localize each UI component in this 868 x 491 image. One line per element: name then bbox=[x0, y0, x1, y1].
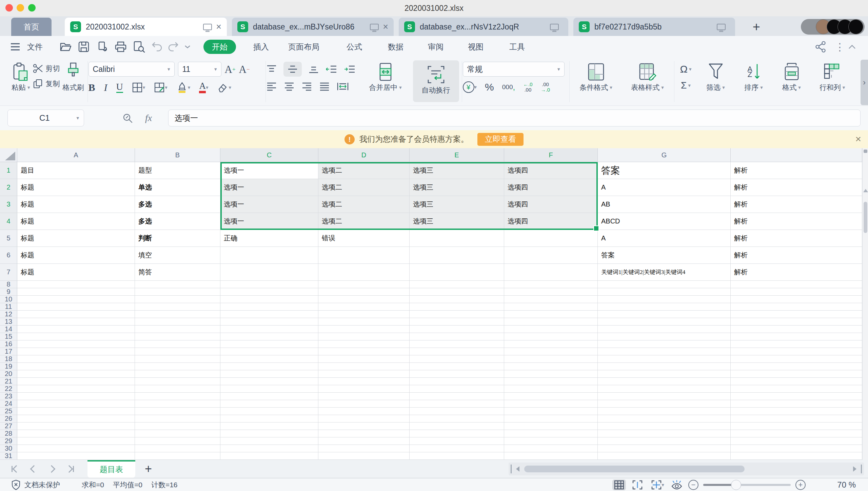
grid-cell[interactable] bbox=[410, 445, 504, 452]
align-right-button[interactable] bbox=[302, 82, 312, 91]
grid-cell[interactable] bbox=[504, 355, 598, 363]
highlight-color-button[interactable]: ▾ bbox=[176, 82, 191, 93]
grid-cell[interactable] bbox=[135, 326, 220, 333]
grid-cell[interactable] bbox=[504, 340, 598, 348]
increase-decimal-button[interactable]: .00→.0 bbox=[541, 82, 550, 93]
grid-cell[interactable] bbox=[17, 318, 135, 326]
view-normal-button[interactable] bbox=[612, 479, 626, 490]
row-header[interactable]: 16 bbox=[0, 340, 17, 348]
grid-cell[interactable] bbox=[504, 430, 598, 437]
grid-cell[interactable] bbox=[318, 415, 410, 423]
print-icon[interactable] bbox=[115, 36, 127, 58]
select-all-corner[interactable] bbox=[0, 148, 17, 162]
prev-sheet-button[interactable] bbox=[31, 466, 37, 472]
grid-cell[interactable] bbox=[731, 408, 862, 415]
grid-cell[interactable] bbox=[17, 311, 135, 318]
scroll-left-icon[interactable] bbox=[516, 466, 519, 472]
grid-cell[interactable]: A bbox=[598, 179, 731, 196]
protection-status[interactable]: 文档未保护 bbox=[24, 480, 60, 490]
grid-cell[interactable] bbox=[318, 437, 410, 445]
row-header[interactable]: 29 bbox=[0, 437, 17, 445]
grid-cell[interactable]: 选项二 bbox=[318, 213, 410, 230]
row-header[interactable]: 9 bbox=[0, 288, 17, 296]
grid-cell[interactable] bbox=[731, 318, 862, 326]
export-icon[interactable] bbox=[97, 36, 108, 58]
grid-cell[interactable] bbox=[504, 452, 598, 460]
grid-cell[interactable]: 单选 bbox=[135, 179, 220, 196]
scrollbar-splitter[interactable] bbox=[864, 150, 867, 153]
eraser-button[interactable]: ▾ bbox=[217, 82, 231, 93]
grid-cell[interactable] bbox=[135, 437, 220, 445]
align-top-button[interactable] bbox=[267, 65, 277, 74]
format-cells-button[interactable]: 格式▾ bbox=[773, 58, 811, 105]
grid-cell[interactable] bbox=[731, 355, 862, 363]
grid-cell[interactable] bbox=[598, 296, 731, 303]
grid-cell[interactable] bbox=[135, 393, 220, 400]
grid-cell[interactable]: 选项二 bbox=[318, 179, 410, 196]
grid-cell[interactable] bbox=[17, 363, 135, 370]
grid-cell[interactable]: 解析 bbox=[731, 247, 862, 264]
grid-cell[interactable] bbox=[598, 378, 731, 385]
grid-cell[interactable] bbox=[220, 437, 318, 445]
grid-cell[interactable] bbox=[598, 437, 731, 445]
ribbon-scroll-right[interactable]: › bbox=[861, 60, 868, 105]
grid-cell[interactable] bbox=[135, 296, 220, 303]
align-center-button[interactable] bbox=[284, 82, 294, 91]
grid-cell[interactable] bbox=[135, 378, 220, 385]
grid-cell[interactable] bbox=[410, 288, 504, 296]
row-header[interactable]: 13 bbox=[0, 318, 17, 326]
document-tab[interactable]: Sdatabase_ex...mBJYseUro86× bbox=[232, 18, 394, 36]
grid-cell[interactable] bbox=[731, 340, 862, 348]
grid-cell[interactable] bbox=[17, 400, 135, 408]
grid-cell[interactable] bbox=[17, 288, 135, 296]
grid-cell[interactable] bbox=[410, 333, 504, 340]
grid-cell[interactable] bbox=[731, 333, 862, 340]
row-header[interactable]: 4 bbox=[0, 213, 17, 230]
document-tab[interactable]: Sbf7e02717d9a5b5b bbox=[573, 18, 735, 36]
row-header[interactable]: 31 bbox=[0, 452, 17, 460]
increase-indent-button[interactable] bbox=[344, 65, 355, 74]
horizontal-scroll-thumb[interactable] bbox=[524, 466, 745, 472]
grid-cell[interactable] bbox=[220, 452, 318, 460]
align-middle-button[interactable] bbox=[283, 62, 302, 77]
grid-cell[interactable] bbox=[731, 452, 862, 460]
grid-cell[interactable] bbox=[598, 423, 731, 430]
grid-cell[interactable] bbox=[17, 437, 135, 445]
grid-cell[interactable]: 关键词1|关键词2|关键词3|关键词4 bbox=[598, 264, 731, 281]
horizontal-scrollbar[interactable] bbox=[509, 463, 864, 475]
grid-cell[interactable]: 解析 bbox=[731, 196, 862, 213]
row-header[interactable]: 6 bbox=[0, 247, 17, 264]
distribute-button[interactable] bbox=[337, 82, 349, 91]
grid-cell[interactable] bbox=[598, 333, 731, 340]
grid-cell[interactable] bbox=[220, 363, 318, 370]
row-header[interactable]: 20 bbox=[0, 370, 17, 378]
grid-cell[interactable] bbox=[410, 423, 504, 430]
grid-cell[interactable] bbox=[410, 311, 504, 318]
grid-cell[interactable] bbox=[410, 378, 504, 385]
close-icon[interactable]: × bbox=[216, 22, 221, 32]
grid-cell[interactable] bbox=[410, 430, 504, 437]
grid-cell[interactable] bbox=[731, 370, 862, 378]
last-sheet-button[interactable] bbox=[66, 466, 74, 472]
collapse-ribbon-icon[interactable] bbox=[848, 36, 856, 58]
grid-cell[interactable]: 标题 bbox=[17, 264, 135, 281]
grid-cell[interactable]: 解析 bbox=[731, 213, 862, 230]
grid-cell[interactable]: 选项四 bbox=[504, 213, 598, 230]
row-header[interactable]: 24 bbox=[0, 400, 17, 408]
grid-cell[interactable] bbox=[598, 303, 731, 311]
grid-cell[interactable] bbox=[17, 385, 135, 393]
grid-cell[interactable]: ABCD bbox=[598, 213, 731, 230]
grid-cell[interactable] bbox=[410, 370, 504, 378]
grid-cell[interactable] bbox=[17, 296, 135, 303]
grid-cell[interactable] bbox=[598, 326, 731, 333]
account-avatars[interactable] bbox=[801, 19, 865, 35]
grid-cell[interactable] bbox=[504, 230, 598, 247]
grid-cell[interactable] bbox=[410, 264, 504, 281]
grid-cell[interactable]: 选项四 bbox=[504, 162, 598, 179]
insert-symbol-button[interactable]: Ω▾ bbox=[680, 62, 692, 77]
grid-cell[interactable] bbox=[318, 385, 410, 393]
vertical-scrollbar[interactable] bbox=[862, 148, 868, 460]
grid-cell[interactable] bbox=[135, 333, 220, 340]
file-menu[interactable]: 文件 bbox=[27, 36, 43, 58]
grid-cell[interactable] bbox=[318, 423, 410, 430]
